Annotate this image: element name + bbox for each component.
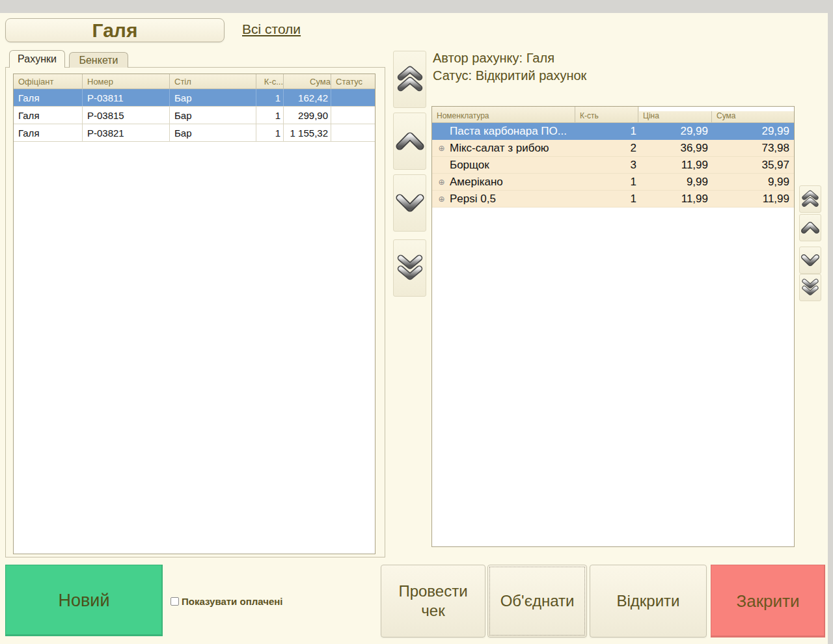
show-paid-label: Показувати оплачені bbox=[182, 596, 283, 607]
cell-item-qty: 1 bbox=[586, 125, 643, 138]
account-row[interactable]: Галя Р-03811 Бар 1 162,42 bbox=[14, 89, 375, 107]
items-scroll-down-button[interactable] bbox=[799, 247, 821, 274]
cell-item-price: 9,99 bbox=[643, 176, 715, 189]
double-chevron-down-icon bbox=[801, 278, 819, 297]
cell-item-qty: 3 bbox=[586, 159, 643, 172]
cell-status bbox=[331, 124, 375, 141]
cell-count: 1 bbox=[256, 89, 284, 106]
cell-item-sum: 9,99 bbox=[715, 176, 794, 189]
show-paid-checkbox[interactable] bbox=[171, 597, 179, 606]
show-paid-checkbox-group: Показувати оплачені bbox=[171, 596, 283, 607]
cell-table: Бар bbox=[170, 89, 256, 106]
chevron-up-icon bbox=[801, 221, 819, 235]
post-check-button[interactable]: Провести чек bbox=[381, 565, 485, 637]
cell-item-sum: 35,97 bbox=[715, 159, 794, 172]
cell-waiter: Галя bbox=[14, 124, 83, 141]
cell-sum: 162,42 bbox=[284, 89, 331, 106]
accounts-scroll-up-button[interactable] bbox=[393, 113, 426, 170]
cell-item-qty: 1 bbox=[586, 176, 643, 189]
cell-item-sum: 11,99 bbox=[715, 193, 794, 206]
window-right-edge bbox=[828, 0, 833, 644]
double-chevron-up-icon bbox=[396, 65, 424, 94]
window-top-edge bbox=[0, 0, 833, 13]
cell-item-qty: 2 bbox=[586, 142, 643, 155]
cell-count: 1 bbox=[256, 107, 284, 124]
item-row[interactable]: Борщок 3 11,99 35,97 bbox=[432, 157, 794, 174]
cell-item-name: Паста карбонара ПО... bbox=[447, 125, 586, 138]
items-scroll-bottom-button[interactable] bbox=[799, 274, 821, 301]
all-tables-link[interactable]: Всі столи bbox=[242, 21, 301, 37]
expand-icon[interactable]: ⊕ bbox=[436, 195, 447, 204]
account-row[interactable]: Галя Р-03821 Бар 1 1 155,32 bbox=[14, 124, 375, 142]
accounts-table-header: Офіціант Номер Стіл К-с... Сума Статус bbox=[14, 74, 375, 89]
accounts-table: Офіціант Номер Стіл К-с... Сума Статус Г… bbox=[13, 74, 376, 554]
cell-status bbox=[331, 89, 375, 106]
items-table: Номенклатура К-сть Ціна Сума Паста карбо… bbox=[431, 106, 795, 547]
accounts-scroll-bottom-button[interactable] bbox=[393, 239, 426, 297]
open-button[interactable]: Відкрити bbox=[590, 565, 707, 637]
tab-accounts[interactable]: Рахунки bbox=[9, 50, 65, 68]
cell-item-qty: 1 bbox=[586, 193, 643, 206]
cell-table: Бар bbox=[170, 124, 256, 141]
tab-banquets[interactable]: Бенкети bbox=[69, 52, 128, 68]
column-header-number[interactable]: Номер bbox=[83, 74, 170, 88]
cell-item-name: Борщок bbox=[447, 159, 586, 172]
current-user-button[interactable]: Галя bbox=[5, 18, 225, 42]
items-scroll-top-button[interactable] bbox=[799, 185, 821, 213]
cell-status bbox=[331, 107, 375, 124]
cell-waiter: Галя bbox=[14, 89, 83, 106]
column-header-sum[interactable]: Сума bbox=[284, 74, 331, 88]
cell-item-name: Мікс-салат з рибою bbox=[447, 142, 586, 155]
cell-waiter: Галя bbox=[14, 107, 83, 124]
column-header-qty[interactable]: К-сть bbox=[575, 107, 638, 122]
item-row[interactable]: ⊕ Мікс-салат з рибою 2 36,99 73,98 bbox=[432, 140, 794, 157]
items-header-strip bbox=[639, 107, 794, 111]
accounts-scroll-top-button[interactable] bbox=[393, 51, 426, 108]
cell-number: Р-03811 bbox=[83, 89, 170, 106]
account-row[interactable]: Галя Р-03815 Бар 1 299,90 bbox=[14, 107, 375, 124]
cell-sum: 299,90 bbox=[284, 107, 331, 124]
chevron-down-icon bbox=[395, 192, 425, 214]
cell-sum: 1 155,32 bbox=[284, 124, 331, 141]
cell-item-price: 11,99 bbox=[643, 159, 715, 172]
chevron-up-icon bbox=[395, 130, 425, 152]
column-header-waiter[interactable]: Офіціант bbox=[14, 74, 83, 88]
column-header-status[interactable]: Статус bbox=[331, 74, 375, 88]
expand-icon[interactable]: ⊕ bbox=[436, 144, 447, 153]
account-author-line: Автор рахунку: Галя bbox=[433, 51, 554, 66]
merge-button[interactable]: Об'єднати bbox=[487, 565, 587, 637]
cell-item-name: Амерікано bbox=[447, 176, 586, 189]
cell-number: Р-03815 bbox=[83, 107, 170, 124]
cell-item-sum: 73,98 bbox=[715, 142, 794, 155]
accounts-scroll-down-button[interactable] bbox=[393, 174, 426, 232]
account-status-line: Сатус: Відкритий рахунок bbox=[433, 68, 586, 83]
cell-item-sum: 29,99 bbox=[715, 125, 794, 138]
cell-count: 1 bbox=[256, 124, 284, 141]
column-header-count[interactable]: К-с... bbox=[256, 74, 284, 88]
cell-number: Р-03821 bbox=[83, 124, 170, 141]
expand-icon[interactable]: ⊕ bbox=[436, 178, 447, 187]
column-header-table[interactable]: Стіл bbox=[170, 74, 256, 88]
item-row[interactable]: ⊕ Pepsi 0,5 1 11,99 11,99 bbox=[432, 191, 794, 208]
chevron-down-icon bbox=[801, 253, 819, 267]
item-row[interactable]: ⊕ Амерікано 1 9,99 9,99 bbox=[432, 174, 794, 191]
cell-item-name: Pepsi 0,5 bbox=[447, 193, 586, 206]
close-button[interactable]: Закрити bbox=[711, 565, 825, 637]
cell-table: Бар bbox=[170, 107, 256, 124]
item-row[interactable]: Паста карбонара ПО... 1 29,99 29,99 bbox=[432, 123, 794, 140]
cell-item-price: 36,99 bbox=[643, 142, 715, 155]
double-chevron-down-icon bbox=[396, 254, 424, 282]
new-account-button[interactable]: Новий bbox=[5, 565, 163, 636]
double-chevron-up-icon bbox=[801, 189, 819, 209]
column-header-nomenclature[interactable]: Номенклатура bbox=[432, 107, 575, 122]
cell-item-price: 29,99 bbox=[643, 125, 715, 138]
items-scroll-up-button[interactable] bbox=[799, 214, 821, 241]
cell-item-price: 11,99 bbox=[643, 193, 715, 206]
